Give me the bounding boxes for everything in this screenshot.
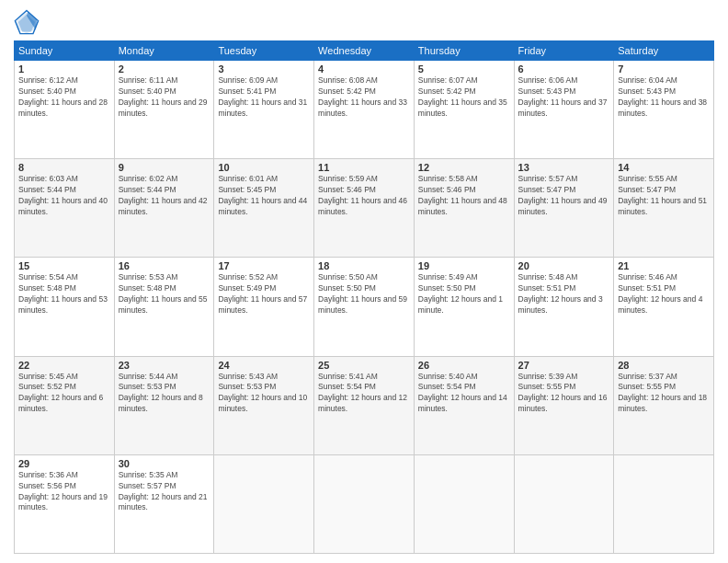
day-cell: 22 Sunrise: 5:45 AM Sunset: 5:52 PM Dayl… [15, 356, 115, 454]
day-number: 5 [418, 63, 510, 75]
day-info: Sunrise: 5:40 AM Sunset: 5:54 PM Dayligh… [418, 372, 510, 416]
day-number: 8 [18, 162, 110, 173]
day-number: 17 [218, 260, 310, 271]
day-cell [214, 454, 314, 553]
day-info: Sunrise: 5:36 AM Sunset: 5:56 PM Dayligh… [18, 470, 110, 514]
day-cell: 7 Sunrise: 6:04 AM Sunset: 5:43 PM Dayli… [614, 61, 714, 159]
day-info: Sunrise: 6:09 AM Sunset: 5:41 PM Dayligh… [218, 75, 310, 120]
day-info: Sunrise: 5:52 AM Sunset: 5:49 PM Dayligh… [218, 272, 310, 316]
day-number: 20 [518, 260, 610, 271]
day-cell: 14 Sunrise: 5:55 AM Sunset: 5:47 PM Dayl… [614, 159, 714, 258]
day-cell: 26 Sunrise: 5:40 AM Sunset: 5:54 PM Dayl… [414, 356, 514, 454]
day-cell: 9 Sunrise: 6:02 AM Sunset: 5:44 PM Dayli… [114, 159, 214, 258]
day-info: Sunrise: 5:48 AM Sunset: 5:51 PM Dayligh… [518, 272, 610, 316]
day-number: 30 [119, 458, 210, 469]
header-monday: Monday [114, 41, 214, 61]
day-number: 18 [318, 260, 410, 271]
day-cell: 18 Sunrise: 5:50 AM Sunset: 5:50 PM Dayl… [314, 258, 415, 356]
day-info: Sunrise: 6:02 AM Sunset: 5:44 PM Dayligh… [119, 174, 210, 218]
day-info: Sunrise: 5:53 AM Sunset: 5:48 PM Dayligh… [119, 272, 210, 316]
day-number: 12 [418, 162, 510, 173]
header-tuesday: Tuesday [214, 41, 314, 61]
week-row-5: 29 Sunrise: 5:36 AM Sunset: 5:56 PM Dayl… [15, 454, 714, 553]
logo [14, 9, 43, 35]
page: SundayMondayTuesdayWednesdayThursdayFrid… [0, 0, 728, 563]
header-thursday: Thursday [414, 41, 514, 61]
day-info: Sunrise: 5:44 AM Sunset: 5:53 PM Dayligh… [119, 372, 210, 416]
day-info: Sunrise: 5:58 AM Sunset: 5:46 PM Dayligh… [418, 174, 510, 218]
header-saturday: Saturday [614, 41, 714, 61]
day-number: 29 [18, 458, 110, 469]
calendar-table: SundayMondayTuesdayWednesdayThursdayFrid… [14, 40, 714, 554]
day-info: Sunrise: 5:45 AM Sunset: 5:52 PM Dayligh… [18, 372, 110, 416]
day-number: 6 [518, 63, 610, 75]
day-info: Sunrise: 6:03 AM Sunset: 5:44 PM Dayligh… [18, 174, 110, 218]
week-row-3: 15 Sunrise: 5:54 AM Sunset: 5:48 PM Dayl… [15, 258, 714, 356]
day-info: Sunrise: 5:59 AM Sunset: 5:46 PM Dayligh… [318, 174, 410, 218]
day-info: Sunrise: 5:54 AM Sunset: 5:48 PM Dayligh… [18, 272, 110, 316]
header-wednesday: Wednesday [314, 41, 415, 61]
day-number: 27 [518, 360, 610, 371]
day-cell: 2 Sunrise: 6:11 AM Sunset: 5:40 PM Dayli… [114, 61, 214, 159]
week-row-2: 8 Sunrise: 6:03 AM Sunset: 5:44 PM Dayli… [15, 159, 714, 258]
day-info: Sunrise: 5:55 AM Sunset: 5:47 PM Dayligh… [618, 174, 710, 218]
day-cell: 28 Sunrise: 5:37 AM Sunset: 5:55 PM Dayl… [614, 356, 714, 454]
day-number: 23 [119, 360, 210, 371]
week-row-1: 1 Sunrise: 6:12 AM Sunset: 5:40 PM Dayli… [15, 61, 714, 159]
day-cell: 21 Sunrise: 5:46 AM Sunset: 5:51 PM Dayl… [614, 258, 714, 356]
day-info: Sunrise: 5:50 AM Sunset: 5:50 PM Dayligh… [318, 272, 410, 316]
day-number: 4 [318, 63, 410, 75]
day-cell: 27 Sunrise: 5:39 AM Sunset: 5:55 PM Dayl… [514, 356, 614, 454]
day-number: 7 [618, 63, 710, 75]
day-number: 28 [618, 360, 710, 371]
day-cell: 17 Sunrise: 5:52 AM Sunset: 5:49 PM Dayl… [214, 258, 314, 356]
logo-icon [14, 9, 40, 35]
day-cell: 15 Sunrise: 5:54 AM Sunset: 5:48 PM Dayl… [15, 258, 115, 356]
day-info: Sunrise: 6:11 AM Sunset: 5:40 PM Dayligh… [119, 75, 210, 120]
day-number: 24 [218, 360, 310, 371]
day-cell: 16 Sunrise: 5:53 AM Sunset: 5:48 PM Dayl… [114, 258, 214, 356]
day-cell: 5 Sunrise: 6:07 AM Sunset: 5:42 PM Dayli… [414, 61, 514, 159]
day-info: Sunrise: 6:04 AM Sunset: 5:43 PM Dayligh… [618, 75, 710, 120]
day-info: Sunrise: 5:41 AM Sunset: 5:54 PM Dayligh… [318, 372, 410, 416]
day-info: Sunrise: 5:35 AM Sunset: 5:57 PM Dayligh… [119, 470, 210, 514]
day-number: 13 [518, 162, 610, 173]
day-info: Sunrise: 5:46 AM Sunset: 5:51 PM Dayligh… [618, 272, 710, 316]
day-cell [414, 454, 514, 553]
day-cell: 19 Sunrise: 5:49 AM Sunset: 5:50 PM Dayl… [414, 258, 514, 356]
day-info: Sunrise: 6:01 AM Sunset: 5:45 PM Dayligh… [218, 174, 310, 218]
header-row: SundayMondayTuesdayWednesdayThursdayFrid… [15, 41, 714, 61]
day-info: Sunrise: 6:06 AM Sunset: 5:43 PM Dayligh… [518, 75, 610, 120]
day-cell: 29 Sunrise: 5:36 AM Sunset: 5:56 PM Dayl… [15, 454, 115, 553]
day-number: 11 [318, 162, 410, 173]
day-number: 1 [18, 63, 110, 75]
day-cell [614, 454, 714, 553]
day-info: Sunrise: 5:57 AM Sunset: 5:47 PM Dayligh… [518, 174, 610, 218]
day-info: Sunrise: 5:39 AM Sunset: 5:55 PM Dayligh… [518, 372, 610, 416]
week-row-4: 22 Sunrise: 5:45 AM Sunset: 5:52 PM Dayl… [15, 356, 714, 454]
day-info: Sunrise: 5:49 AM Sunset: 5:50 PM Dayligh… [418, 272, 510, 316]
day-cell: 12 Sunrise: 5:58 AM Sunset: 5:46 PM Dayl… [414, 159, 514, 258]
day-number: 15 [18, 260, 110, 271]
day-number: 16 [119, 260, 210, 271]
day-number: 25 [318, 360, 410, 371]
day-cell: 10 Sunrise: 6:01 AM Sunset: 5:45 PM Dayl… [214, 159, 314, 258]
day-number: 9 [119, 162, 210, 173]
day-number: 14 [618, 162, 710, 173]
day-info: Sunrise: 6:08 AM Sunset: 5:42 PM Dayligh… [318, 75, 410, 120]
day-cell: 6 Sunrise: 6:06 AM Sunset: 5:43 PM Dayli… [514, 61, 614, 159]
day-cell: 30 Sunrise: 5:35 AM Sunset: 5:57 PM Dayl… [114, 454, 214, 553]
day-number: 21 [618, 260, 710, 271]
day-cell [514, 454, 614, 553]
day-number: 22 [18, 360, 110, 371]
day-cell: 20 Sunrise: 5:48 AM Sunset: 5:51 PM Dayl… [514, 258, 614, 356]
day-info: Sunrise: 5:43 AM Sunset: 5:53 PM Dayligh… [218, 372, 310, 416]
day-number: 2 [119, 63, 210, 75]
day-number: 10 [218, 162, 310, 173]
day-cell: 1 Sunrise: 6:12 AM Sunset: 5:40 PM Dayli… [15, 61, 115, 159]
day-cell: 4 Sunrise: 6:08 AM Sunset: 5:42 PM Dayli… [314, 61, 415, 159]
day-cell: 24 Sunrise: 5:43 AM Sunset: 5:53 PM Dayl… [214, 356, 314, 454]
day-cell: 25 Sunrise: 5:41 AM Sunset: 5:54 PM Dayl… [314, 356, 415, 454]
day-number: 19 [418, 260, 510, 271]
day-cell: 11 Sunrise: 5:59 AM Sunset: 5:46 PM Dayl… [314, 159, 415, 258]
